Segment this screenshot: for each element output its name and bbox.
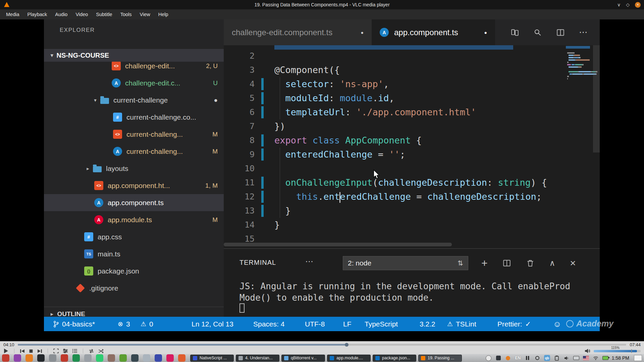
feedback-smiley[interactable]: ☺ — [553, 317, 561, 331]
code-line[interactable]: 9 enteredChallenge = ''; — [224, 147, 600, 162]
seek-handle[interactable] — [345, 343, 348, 347]
show-desktop-button[interactable] — [634, 355, 642, 361]
launcher-icon[interactable] — [143, 354, 150, 362]
outline-section-header[interactable]: ▸ OUTLINE — [44, 307, 224, 317]
code-line[interactable]: 11 onChallengeInput(challengeDescription… — [224, 176, 600, 190]
previous-button[interactable] — [20, 349, 25, 353]
menu-audio[interactable]: Audio — [51, 9, 71, 19]
menu-help[interactable]: Help — [154, 9, 172, 19]
launcher-icon[interactable] — [25, 354, 33, 362]
code-line[interactable]: 8export class AppComponent { — [224, 133, 600, 147]
next-button[interactable] — [37, 349, 42, 353]
playlist-button[interactable] — [72, 349, 77, 353]
tree-folder[interactable]: ▾current-challenge● — [44, 92, 224, 109]
code-line[interactable]: 3@Component({ — [224, 63, 600, 77]
launcher-icon[interactable] — [37, 354, 45, 362]
launcher-icon[interactable] — [178, 354, 185, 362]
video-surface[interactable]: EXPLORER ▾ NS-NG-COURSE <>challenge-edit… — [0, 19, 644, 341]
tree-file[interactable]: .gitignore — [44, 280, 224, 297]
us-flag-icon[interactable] — [583, 355, 589, 361]
launcher-icon[interactable] — [108, 354, 115, 362]
keyboard-layout-icon[interactable] — [573, 355, 579, 361]
code-line[interactable]: 4 selector: 'ns-app', — [224, 77, 600, 91]
task-button[interactable]: 19. Passing ... — [418, 355, 462, 362]
tray-app-icon[interactable] — [486, 355, 492, 361]
tree-file[interactable]: #current-challenge.co... — [44, 109, 224, 126]
modified-dot-icon[interactable]: ● — [361, 30, 364, 35]
stop-button[interactable] — [29, 349, 33, 353]
launcher-icon[interactable] — [84, 354, 92, 362]
task-button[interactable]: app.module.... — [327, 355, 371, 362]
launcher-icon[interactable] — [2, 354, 9, 362]
terminal-select[interactable]: 2: node ⇅ — [343, 256, 468, 270]
volume-icon[interactable] — [584, 348, 590, 354]
horizontal-scrollbar[interactable] — [224, 243, 452, 246]
ts-version-status[interactable]: 3.2.2 — [420, 317, 435, 331]
code-editor[interactable]: 23@Component({4 selector: 'ns-app',5 mod… — [224, 45, 600, 248]
minimize-button[interactable]: ∨ — [617, 2, 621, 7]
maximize-panel-icon[interactable]: ∧ — [549, 258, 555, 268]
maximize-button[interactable]: ◇ — [626, 2, 630, 7]
project-section-header[interactable]: ▾ NS-NG-COURSE — [44, 49, 224, 62]
menu-video[interactable]: Video — [71, 9, 92, 19]
menu-subtitle[interactable]: Subtitle — [92, 9, 116, 19]
launcher-icon[interactable] — [119, 354, 127, 362]
menu-playback[interactable]: Playback — [23, 9, 51, 19]
menu-view[interactable]: View — [136, 9, 154, 19]
play-button[interactable] — [3, 348, 9, 354]
launcher-icon[interactable] — [61, 354, 68, 362]
tree-file[interactable]: #app.css — [44, 228, 224, 245]
tree-file[interactable]: Aapp.module.tsM — [44, 211, 224, 228]
task-button[interactable]: package.json... — [373, 355, 416, 362]
media-pause-icon[interactable] — [525, 355, 531, 361]
more-actions-icon[interactable]: ⋯ — [579, 27, 588, 38]
tree-file[interactable]: TSmain.ts — [44, 245, 224, 262]
code-line[interactable]: 12 this.enteredChallenge = challengeDesc… — [224, 190, 600, 204]
tree-file[interactable]: <>current-challeng...M — [44, 126, 224, 143]
language-indicator[interactable]: EN — [515, 355, 521, 361]
battery-icon[interactable] — [602, 355, 608, 361]
close-panel-icon[interactable]: × — [570, 257, 576, 269]
task-button[interactable]: NativeScript ... — [190, 355, 234, 362]
notifications-icon[interactable] — [505, 355, 511, 361]
prettier-status[interactable]: Prettier:✓ — [497, 317, 531, 331]
kill-terminal-icon[interactable] — [526, 259, 535, 267]
menu-tools[interactable]: Tools — [116, 9, 136, 19]
tab-app-component[interactable]: A app.component.ts ● — [372, 19, 495, 45]
tree-file[interactable]: {}package.json — [44, 262, 224, 280]
open-changes-icon[interactable] — [511, 28, 519, 37]
launcher-icon[interactable] — [166, 354, 174, 362]
screenshot-tool-icon[interactable] — [495, 355, 501, 361]
encoding-status[interactable]: UTF-8 — [305, 317, 325, 331]
new-terminal-icon[interactable]: + — [481, 257, 488, 269]
launcher-icon[interactable] — [155, 354, 162, 362]
qbittorrent-tray-icon[interactable]: qb — [544, 355, 550, 361]
eol-status[interactable]: LF — [343, 317, 352, 331]
launcher-icon[interactable] — [49, 354, 56, 362]
split-terminal-icon[interactable] — [502, 259, 511, 267]
language-status[interactable]: TypeScript — [365, 317, 398, 331]
status-ring-icon[interactable] — [534, 355, 540, 361]
task-button[interactable]: qBittorrent v... — [281, 355, 325, 362]
taskbar-clock[interactable]: 1:58 PM — [612, 355, 629, 361]
tree-file[interactable]: Aapp.component.ts — [44, 194, 224, 211]
extended-settings-button[interactable] — [63, 349, 68, 353]
code-line[interactable]: 6 templateUrl: './app.component.html' — [224, 105, 600, 119]
code-line[interactable]: 10 — [224, 162, 600, 176]
launcher-icon[interactable] — [131, 354, 139, 362]
volume-slider[interactable]: 115% — [594, 350, 641, 352]
code-line[interactable]: 13 } — [224, 204, 600, 218]
tab-challenge-edit-component[interactable]: challenge-edit.component.ts ● — [224, 19, 372, 45]
modified-dot-icon[interactable]: ● — [484, 30, 487, 35]
task-button[interactable]: 4. Understan... — [236, 355, 279, 362]
menu-media[interactable]: Media — [2, 9, 23, 19]
clipboard-icon[interactable] — [554, 355, 560, 361]
code-line[interactable]: 2 — [224, 49, 600, 63]
launcher-icon[interactable] — [14, 354, 21, 362]
search-editor-icon[interactable] — [533, 28, 542, 37]
indentation-status[interactable]: Spaces: 4 — [253, 317, 284, 331]
vertical-scrollbar[interactable] — [593, 45, 600, 248]
warnings-status[interactable]: ⚠0 — [141, 317, 153, 331]
tree-file[interactable]: Achallenge-edit.c...U — [44, 74, 224, 92]
network-icon[interactable] — [593, 355, 599, 361]
